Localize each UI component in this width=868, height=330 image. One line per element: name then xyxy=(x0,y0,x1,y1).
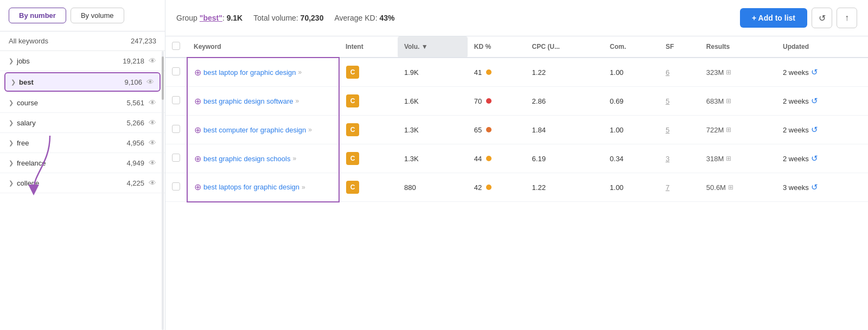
sidebar-item-freelance[interactable]: ❯ freelance 4,949 👁 xyxy=(0,153,165,173)
sidebar-item-left: ❯ best xyxy=(11,78,34,86)
volume-cell: 1.9K xyxy=(398,58,468,87)
sidebar-item-salary[interactable]: ❯ salary 5,266 👁 xyxy=(0,113,165,133)
sidebar-keyword-count: 19,218 xyxy=(123,57,144,65)
export-button[interactable]: ↑ xyxy=(837,8,857,28)
sf-link[interactable]: 6 xyxy=(666,68,669,77)
sidebar-item-right: 5,561 👁 xyxy=(126,98,156,107)
table-row: ⊕ best graphic design software » C 1.6K … xyxy=(165,87,868,116)
avg-kd-stat: Average KD: 43% xyxy=(334,14,394,22)
results-value: 323M xyxy=(706,68,724,77)
keyword-text: best graphic design schools xyxy=(203,155,290,163)
add-to-list-button[interactable]: + Add to list xyxy=(740,8,807,28)
col-checkbox xyxy=(165,36,187,58)
expand-keyword-icon[interactable]: » xyxy=(302,183,305,191)
add-keyword-icon[interactable]: ⊕ xyxy=(194,182,201,192)
eye-icon[interactable]: 👁 xyxy=(149,158,156,167)
table-row: ⊕ best graphic design schools » C 1.3K 4… xyxy=(165,144,868,173)
scrollbar-thumb[interactable] xyxy=(162,56,164,100)
row-refresh-icon[interactable]: ↺ xyxy=(811,96,818,106)
scrollbar-track[interactable] xyxy=(162,51,164,330)
sidebar-item-college[interactable]: ❯ college 4,225 👁 xyxy=(0,173,165,193)
chevron-icon: ❯ xyxy=(9,58,14,65)
eye-icon[interactable]: 👁 xyxy=(149,98,156,107)
row-checkbox-cell xyxy=(165,144,187,173)
refresh-button[interactable]: ↺ xyxy=(812,8,832,28)
keyword-link[interactable]: ⊕ best graphic design software » xyxy=(194,96,332,106)
sidebar-item-course[interactable]: ❯ course 5,561 👁 xyxy=(0,93,165,113)
sidebar-item-right: 4,225 👁 xyxy=(126,179,156,187)
sf-link[interactable]: 5 xyxy=(666,126,669,134)
add-keyword-icon[interactable]: ⊕ xyxy=(194,67,201,78)
eye-icon[interactable]: 👁 xyxy=(149,179,156,187)
volume-cell: 1.6K xyxy=(398,87,468,116)
sidebar-keyword-list: ❯ jobs 19,218 👁 ❯ best 9,106 👁 ❯ course … xyxy=(0,51,165,330)
row-checkbox[interactable] xyxy=(172,154,180,162)
sidebar-keyword-name: best xyxy=(19,78,34,86)
main-content: Group "best": 9.1K Total volume: 70,230 … xyxy=(165,0,868,330)
tab-by-volume[interactable]: By volume xyxy=(71,8,124,23)
row-checkbox[interactable] xyxy=(172,67,180,75)
updated-cell: 2 weeks ↺ xyxy=(776,58,868,87)
row-checkbox[interactable] xyxy=(172,96,180,104)
sidebar-keyword-name: jobs xyxy=(17,57,30,65)
sidebar-item-jobs[interactable]: ❯ jobs 19,218 👁 xyxy=(0,51,165,71)
eye-icon[interactable]: 👁 xyxy=(146,78,154,86)
updated-value: 2 weeks xyxy=(783,97,809,105)
kd-dot xyxy=(486,69,492,75)
results-value: 722M xyxy=(706,126,724,134)
expand-keyword-icon[interactable]: » xyxy=(295,97,299,105)
select-all-checkbox[interactable] xyxy=(172,42,180,50)
sidebar-item-best[interactable]: ❯ best 9,106 👁 xyxy=(4,72,161,92)
eye-icon[interactable]: 👁 xyxy=(149,56,156,65)
eye-icon[interactable]: 👁 xyxy=(149,118,156,127)
col-kd: KD % xyxy=(468,36,526,58)
row-checkbox[interactable] xyxy=(172,125,180,133)
intent-badge: C xyxy=(346,66,359,79)
com-cell: 1.00 xyxy=(603,58,659,87)
sidebar-item-left: ❯ course xyxy=(9,99,38,107)
row-checkbox[interactable] xyxy=(172,182,180,191)
expand-keyword-icon[interactable]: » xyxy=(308,126,312,134)
eye-icon[interactable]: 👁 xyxy=(149,138,156,147)
sf-link[interactable]: 5 xyxy=(666,97,669,105)
sidebar-keyword-count: 4,949 xyxy=(126,159,144,167)
sidebar-keyword-count: 4,956 xyxy=(126,139,144,147)
cpc-cell: 6.19 xyxy=(526,144,603,173)
keyword-link[interactable]: ⊕ best computer for graphic design » xyxy=(194,125,332,135)
all-keywords-label: All keywords xyxy=(9,37,48,45)
sidebar-item-free[interactable]: ❯ free 4,956 👁 xyxy=(0,133,165,153)
keyword-link[interactable]: ⊕ best laptop for graphic design » xyxy=(194,67,332,78)
group-name: "best" xyxy=(200,14,222,22)
keyword-link[interactable]: ⊕ best laptops for graphic design » xyxy=(194,182,332,192)
add-keyword-icon[interactable]: ⊕ xyxy=(194,154,201,164)
tab-by-number[interactable]: By number xyxy=(9,8,66,23)
col-volume[interactable]: Volu. ▼ xyxy=(398,36,468,58)
keyword-cell: ⊕ best graphic design schools » xyxy=(187,144,339,173)
intent-cell: C xyxy=(339,87,398,116)
updated-value: 2 weeks xyxy=(783,126,809,134)
expand-keyword-icon[interactable]: » xyxy=(298,68,302,76)
col-intent: Intent xyxy=(339,36,398,58)
keyword-text: best laptops for graphic design xyxy=(203,183,299,191)
row-refresh-icon[interactable]: ↺ xyxy=(811,182,818,192)
sidebar-keyword-name: college xyxy=(17,179,39,187)
expand-keyword-icon[interactable]: » xyxy=(292,155,296,162)
add-keyword-icon[interactable]: ⊕ xyxy=(194,125,201,135)
cpc-cell: 1.22 xyxy=(526,58,603,87)
keyword-link[interactable]: ⊕ best graphic design schools » xyxy=(194,154,332,164)
row-refresh-icon[interactable]: ↺ xyxy=(811,154,818,163)
row-refresh-icon[interactable]: ↺ xyxy=(811,67,818,77)
chevron-icon: ❯ xyxy=(9,180,14,187)
sf-link[interactable]: 3 xyxy=(666,155,669,163)
sidebar-keyword-count: 5,266 xyxy=(126,119,144,127)
cpc-cell: 1.22 xyxy=(526,173,603,202)
add-keyword-icon[interactable]: ⊕ xyxy=(194,96,201,106)
sidebar-item-right: 9,106 👁 xyxy=(124,78,154,86)
results-value: 683M xyxy=(706,97,724,105)
keyword-cell: ⊕ best graphic design software » xyxy=(187,87,339,116)
com-cell: 0.69 xyxy=(603,87,659,116)
table-row: ⊕ best computer for graphic design » C 1… xyxy=(165,116,868,144)
cpc-cell: 1.84 xyxy=(526,116,603,144)
sf-link[interactable]: 7 xyxy=(666,183,669,192)
row-refresh-icon[interactable]: ↺ xyxy=(811,125,818,135)
